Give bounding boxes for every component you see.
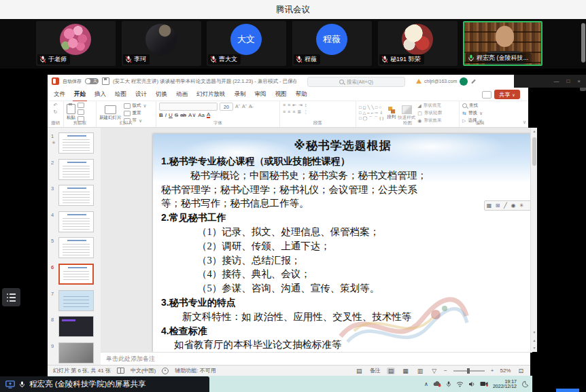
columns-icon[interactable]: ⋮ bbox=[303, 109, 308, 115]
ribbon-tab-设计[interactable]: 设计 bbox=[135, 90, 147, 99]
zoom-level[interactable]: 52% bbox=[500, 368, 511, 374]
zoom-slider-knob[interactable] bbox=[467, 368, 470, 374]
slide-scrollbar[interactable]: ▲ ▼ ▲ ▼ bbox=[530, 128, 537, 352]
ribbon-tab-开始[interactable]: 开始 bbox=[74, 90, 86, 99]
layout-button[interactable]: 版式∨ bbox=[124, 103, 147, 109]
slide-sorter-view-icon[interactable]: ▦ bbox=[401, 368, 410, 374]
font-name-input[interactable] bbox=[159, 103, 218, 111]
previous-slide-icon[interactable]: ▲ bbox=[531, 338, 538, 342]
slide[interactable]: ※秘书学选题根据 1.秘书学专业核心课程（或职业技能性课程）秘书学概论；中国秘书… bbox=[153, 134, 532, 353]
slide-thumbnail-7[interactable]: 7 bbox=[48, 289, 101, 315]
grow-font-icon[interactable]: Aˆ bbox=[235, 104, 240, 109]
bold-button[interactable]: B bbox=[159, 112, 163, 118]
save-icon[interactable] bbox=[102, 77, 109, 85]
participant-tile[interactable]: 程薇程薇 bbox=[292, 21, 372, 66]
ribbon-tab-审阅[interactable]: 审阅 bbox=[255, 90, 266, 99]
slide-thumbnail-6[interactable]: 6 bbox=[48, 263, 101, 289]
slide-thumbnail-9[interactable]: 9 bbox=[48, 342, 101, 365]
underline-button[interactable]: U bbox=[169, 112, 173, 118]
slide-thumbnail-1[interactable]: 1∗ bbox=[48, 132, 101, 158]
participant-tile[interactable]: 大文曹大文 bbox=[207, 21, 286, 66]
clear-format-icon[interactable]: A̶ bbox=[249, 104, 252, 109]
minimize-button[interactable]: — bbox=[553, 78, 559, 84]
paste-button[interactable]: 粘贴 bbox=[67, 104, 75, 121]
zoom-slider[interactable] bbox=[453, 370, 485, 372]
align-left-icon[interactable]: ≡ bbox=[283, 109, 286, 115]
copy-icon[interactable] bbox=[77, 109, 84, 115]
normal-view-icon[interactable]: ▤ bbox=[387, 368, 396, 374]
tray-clock[interactable]: 19:17 2022/12/12 bbox=[493, 379, 517, 389]
close-button[interactable]: × bbox=[577, 78, 581, 84]
ribbon-tab-切换[interactable]: 切换 bbox=[156, 90, 167, 99]
participant-tile[interactable]: 秘191 郭荣 bbox=[378, 21, 458, 66]
slide-thumbnail-4[interactable]: 4 bbox=[48, 211, 101, 236]
ribbon-tab-插入[interactable]: 插入 bbox=[94, 90, 106, 99]
cloud-sync-icon[interactable] bbox=[433, 380, 441, 387]
bullets-icon[interactable]: ≡ bbox=[283, 103, 286, 108]
pen-icon[interactable] bbox=[470, 79, 476, 84]
ribbon-tab-文件[interactable]: 文件 bbox=[54, 90, 65, 99]
font-size-input[interactable]: 20 bbox=[220, 103, 233, 111]
window-icon[interactable]: ⊞ bbox=[496, 202, 500, 209]
search-input[interactable]: 搜索(Alt+Q) bbox=[307, 77, 405, 87]
align-center-icon[interactable]: ≡ bbox=[288, 109, 290, 115]
increase-indent-icon[interactable]: ⇥ bbox=[298, 103, 303, 108]
settings-icon[interactable]: ✳ bbox=[519, 202, 524, 209]
shape-outline-button[interactable]: ▢形状轮廓 bbox=[417, 110, 442, 116]
change-case-button[interactable]: Aa bbox=[198, 112, 205, 118]
accessibility-label[interactable]: 辅助功能: 不可用 bbox=[175, 367, 216, 374]
shrink-font-icon[interactable]: Aˇ bbox=[242, 104, 247, 109]
scroll-up-icon[interactable]: ▲ bbox=[531, 129, 538, 133]
comments-icon[interactable] bbox=[482, 91, 492, 99]
account-avatar[interactable] bbox=[460, 77, 468, 86]
italic-button[interactable]: I bbox=[165, 112, 167, 118]
notes-pane[interactable]: 单击此处添加备注 bbox=[101, 352, 530, 365]
next-slide-icon[interactable]: ▼ bbox=[531, 346, 538, 350]
ribbon-tab-动画[interactable]: 动画 bbox=[176, 90, 188, 99]
font-color-button[interactable]: A bbox=[207, 112, 210, 118]
language-label[interactable]: 中文(中国) bbox=[131, 367, 156, 374]
cut-icon[interactable] bbox=[77, 103, 84, 108]
proofing-icon[interactable] bbox=[117, 368, 124, 374]
wifi-icon[interactable] bbox=[456, 381, 464, 387]
quick-styles-button[interactable]: 快速样式 bbox=[398, 105, 415, 121]
arrange-button[interactable]: 排列 bbox=[387, 107, 396, 120]
reset-button[interactable]: 重置 bbox=[124, 110, 141, 116]
tray-expand-icon[interactable]: ∧ bbox=[424, 381, 428, 387]
zoom-out-icon[interactable]: − bbox=[444, 368, 447, 374]
member-list-toggle[interactable] bbox=[2, 288, 20, 306]
moon-icon[interactable] bbox=[521, 380, 528, 388]
participant-tile[interactable]: 于老师 bbox=[36, 21, 116, 66]
pen-tool-icon[interactable]: ╱ bbox=[504, 202, 507, 209]
laser-icon[interactable]: ◉ bbox=[511, 202, 515, 209]
clear-strike-button[interactable]: ab bbox=[180, 112, 186, 118]
undo-icon[interactable]: ↶ bbox=[54, 103, 58, 108]
slide-thumbnail-8[interactable]: 8 bbox=[48, 315, 101, 341]
panes-icon[interactable]: ▦ bbox=[487, 202, 492, 209]
slide-thumbnail-3[interactable]: 3 bbox=[48, 184, 101, 210]
autosave-toggle[interactable]: 关 bbox=[85, 78, 99, 84]
replace-button[interactable]: ⇆替换∨ bbox=[462, 110, 483, 116]
participant-tile[interactable]: 李珂 bbox=[122, 21, 201, 66]
numbering-icon[interactable]: ≡ bbox=[288, 103, 290, 108]
char-spacing-button[interactable]: A∨ bbox=[188, 112, 196, 118]
maximize-button[interactable]: □ bbox=[566, 78, 570, 84]
ribbon-tab-录制[interactable]: 录制 bbox=[235, 90, 246, 99]
slide-thumbnail-5[interactable]: 5 bbox=[48, 236, 101, 262]
ribbon-tab-幻灯片放映[interactable]: 幻灯片放映 bbox=[196, 90, 226, 99]
notes-toggle-icon[interactable]: ▤ bbox=[355, 368, 364, 374]
slideshow-view-icon[interactable]: ▽ bbox=[430, 368, 438, 374]
strikethrough-button[interactable]: S bbox=[175, 112, 178, 118]
camera-icon[interactable] bbox=[480, 381, 488, 387]
ribbon-tab-绘图[interactable]: 绘图 bbox=[115, 90, 126, 99]
new-slide-button[interactable]: 新建幻灯片 bbox=[99, 105, 122, 121]
redo-icon[interactable]: ↻ bbox=[54, 109, 58, 115]
slide-thumbnail-2[interactable]: 2 bbox=[48, 158, 101, 184]
ribbon-tab-视图[interactable]: 视图 bbox=[275, 90, 287, 99]
zoom-in-icon[interactable]: + bbox=[491, 368, 494, 374]
fit-to-window-icon[interactable]: ⊡ bbox=[517, 368, 525, 374]
speaker-icon[interactable] bbox=[468, 381, 475, 387]
decrease-indent-icon[interactable]: ⇤ bbox=[292, 103, 296, 108]
notes-toggle-label[interactable]: 备注 bbox=[370, 367, 381, 374]
align-right-icon[interactable]: ≡ bbox=[292, 109, 295, 115]
